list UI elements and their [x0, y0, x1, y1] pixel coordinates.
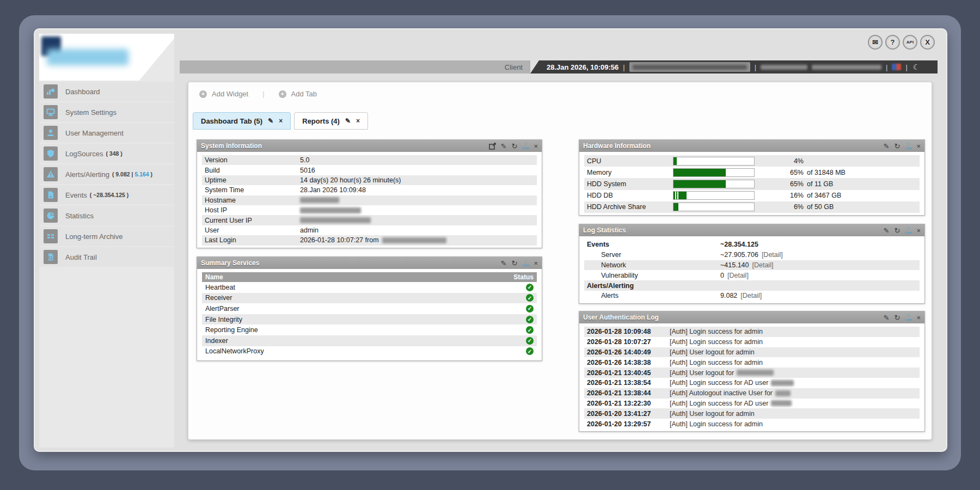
redacted-username — [771, 400, 792, 406]
export-icon[interactable] — [489, 143, 496, 150]
logsources-count: ( 348 ) — [106, 150, 122, 157]
session-info-bar: 28.Jan 2026, 10:09:56 | | | | ☾ — [530, 60, 938, 74]
dashboard-content-panel: + Add Widget | + Add Tab Dashboard Tab (… — [188, 82, 932, 440]
live-icon[interactable]: ↑Live — [522, 142, 529, 150]
live-icon[interactable]: ↑Live — [522, 259, 529, 267]
alerts-count: ( 9.082 | 5.164 ) — [112, 171, 152, 177]
dark-mode-moon-icon[interactable]: ☾ — [913, 63, 920, 71]
widget-header[interactable]: User Authentication Log ✎ ↻ ↑Live × — [579, 311, 924, 323]
widget-system-information: System Information ✎ ↻ ↑Live × Version5.… — [197, 139, 542, 248]
table-row: File Integrity✓ — [202, 314, 537, 325]
close-tab-icon[interactable]: × — [279, 117, 283, 125]
refresh-icon[interactable]: ↻ — [511, 143, 517, 150]
sidebar-item-alerts-alerting[interactable]: Alerts/Alerting ( 9.082 | 5.164 ) — [39, 164, 174, 184]
api-button[interactable]: API — [903, 35, 917, 50]
sidebar-item-events[interactable]: Events ( ~28.354.125 ) — [39, 185, 174, 205]
table-row: System Time28.Jan 2026 10:09:48 — [202, 185, 537, 195]
sidebar-item-statistics[interactable]: Statistics — [39, 206, 174, 225]
close-window-button[interactable]: X — [920, 35, 935, 50]
table-row: Vulnerability0[Detail] — [584, 270, 920, 280]
table-row: Events~28.354.125 — [584, 240, 920, 250]
add-widget-button[interactable]: + Add Widget — [199, 90, 248, 98]
live-icon[interactable]: ↑Live — [905, 314, 911, 321]
monitor-icon — [44, 105, 58, 119]
table-row: Host IP — [202, 205, 537, 215]
redacted-value — [300, 197, 339, 203]
edit-icon[interactable]: ✎ — [501, 260, 507, 267]
document-icon — [44, 188, 58, 202]
archive-grid-icon — [44, 229, 58, 243]
edit-tab-icon[interactable]: ✎ — [345, 117, 351, 125]
log-entry: 2026-01-28 10:09:48[Auth] Login success … — [584, 327, 920, 337]
alert-triangle-icon — [44, 167, 58, 181]
close-widget-icon[interactable]: × — [534, 143, 538, 150]
add-tab-button[interactable]: + Add Tab — [279, 90, 317, 98]
help-button[interactable]: ? — [885, 35, 900, 50]
log-entry: 2026-01-20 13:41:27[Auth] User logout fo… — [584, 408, 920, 419]
edit-icon[interactable]: ✎ — [884, 143, 890, 150]
sidebar-item-long-term-archive[interactable]: Long-term Archive — [39, 226, 174, 246]
sidebar-item-audit-trail[interactable]: Audit Trail — [39, 247, 174, 267]
locale-flag-icon[interactable] — [892, 64, 901, 70]
client-label-area: Client — [180, 60, 530, 74]
detail-link[interactable]: [Detail] — [762, 251, 783, 259]
table-row: HDD DB 16%of 3467 GB — [584, 190, 920, 201]
live-icon[interactable]: ↑Live — [905, 142, 911, 150]
status-ok-icon: ✓ — [526, 284, 534, 291]
table-row: Server~27.905.706[Detail] — [584, 250, 920, 260]
close-widget-icon[interactable]: × — [916, 227, 921, 234]
refresh-icon[interactable]: ↻ — [511, 260, 517, 267]
detail-link[interactable]: [Detail] — [727, 272, 749, 279]
table-row: Heartbeat✓ — [202, 282, 537, 293]
refresh-icon[interactable]: ↻ — [894, 143, 900, 150]
close-widget-icon[interactable]: × — [916, 143, 921, 150]
live-icon[interactable]: ↑Live — [905, 226, 911, 234]
usage-bar — [673, 180, 755, 188]
status-ok-icon: ✓ — [526, 326, 534, 334]
widget-user-authentication-log: User Authentication Log ✎ ↻ ↑Live × 2026… — [579, 311, 925, 432]
table-row: Useradmin — [202, 225, 537, 235]
widget-header[interactable]: Hardware Information ✎ ↻ ↑Live × — [579, 140, 924, 152]
redacted-username — [771, 380, 794, 386]
auth-log-table: 2026-01-28 10:09:48[Auth] Login success … — [579, 323, 924, 432]
log-entry: 2026-01-20 13:29:57[Auth] Login success … — [584, 419, 920, 429]
redacted-username — [737, 370, 774, 376]
table-row: Current User IP — [202, 215, 537, 225]
widget-header[interactable]: Summary Services ✎ ↻ ↑Live × — [197, 257, 542, 269]
edit-icon[interactable]: ✎ — [884, 314, 890, 321]
tab-dashboard[interactable]: Dashboard Tab (5) ✎ × — [193, 112, 291, 130]
widget-header[interactable]: Log Statistics ✎ ↻ ↑Live × — [579, 224, 924, 236]
sidebar-item-system-settings[interactable]: System Settings — [39, 102, 174, 122]
sidebar-item-user-management[interactable]: User Management — [39, 123, 174, 143]
edit-icon[interactable]: ✎ — [501, 143, 507, 150]
edit-tab-icon[interactable]: ✎ — [268, 117, 273, 125]
table-row: Network~415.140[Detail] — [584, 260, 920, 271]
detail-link[interactable]: [Detail] — [752, 261, 773, 269]
services-table: Name Status Heartbeat✓ Receiver✓ AlertPa… — [197, 269, 542, 360]
edit-icon[interactable]: ✎ — [884, 227, 890, 234]
close-widget-icon[interactable]: × — [916, 314, 921, 321]
status-ok-icon: ✓ — [526, 305, 534, 313]
dashboard-tabs: Dashboard Tab (5) ✎ × Reports (4) ✎ × — [193, 112, 368, 130]
close-tab-icon[interactable]: × — [356, 117, 360, 125]
log-entry: 2026-01-21 13:40:45[Auth] User logout fo… — [584, 367, 920, 378]
app-logo — [39, 34, 174, 81]
tab-reports[interactable]: Reports (4) ✎ × — [294, 112, 368, 130]
close-widget-icon[interactable]: × — [534, 260, 538, 267]
refresh-icon[interactable]: ↻ — [894, 227, 900, 234]
user-icon — [44, 126, 58, 140]
sidebar-item-logsources[interactable]: LogSources ( 348 ) — [39, 144, 174, 163]
widget-header[interactable]: System Information ✎ ↻ ↑Live × — [197, 140, 542, 152]
refresh-icon[interactable]: ↻ — [894, 314, 900, 321]
sidebar-menu: Dashboard System Settings User Managemen… — [39, 82, 174, 267]
toolbar-divider: | — [262, 90, 264, 98]
log-statistics-table: Events~28.354.125 Server~27.905.706[Deta… — [579, 236, 924, 304]
mail-button[interactable]: ✉ — [868, 35, 883, 50]
table-row: Last Login2026-01-28 10:07:27 from — [202, 235, 537, 245]
table-row: HDD Archive Share 6%of 50 GB — [584, 201, 920, 213]
log-entry: 2026-01-21 13:38:54[Auth] Login success … — [584, 378, 920, 388]
sidebar-item-dashboard[interactable]: Dashboard — [39, 82, 174, 101]
status-ok-icon: ✓ — [526, 337, 534, 345]
detail-link[interactable]: [Detail] — [740, 292, 762, 299]
plus-icon: + — [199, 90, 207, 98]
